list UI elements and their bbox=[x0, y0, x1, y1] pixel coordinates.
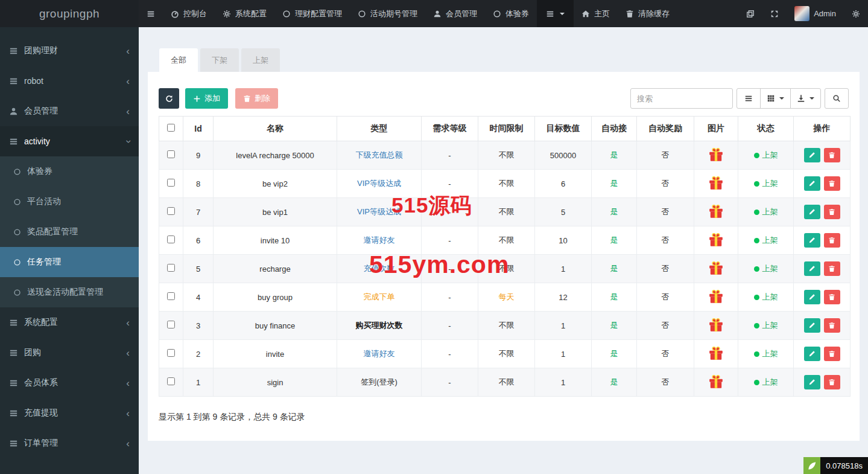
gift-image[interactable] bbox=[708, 345, 724, 361]
sidebar-item-system-config[interactable]: 系统配置 ‹ bbox=[0, 307, 139, 338]
sidebar-toggle-button[interactable] bbox=[139, 0, 163, 27]
status-badge: 上架 bbox=[754, 292, 778, 303]
gift-image[interactable] bbox=[708, 260, 724, 276]
edit-button[interactable] bbox=[804, 205, 820, 219]
tab-all[interactable]: 全部 bbox=[159, 48, 198, 72]
add-button[interactable]: 添加 bbox=[185, 88, 228, 109]
edit-button[interactable] bbox=[804, 375, 820, 389]
gift-icon bbox=[708, 175, 724, 191]
nav-item-finance-config[interactable]: 理财配置管理 bbox=[274, 0, 350, 27]
cell-type-link[interactable]: VIP等级达成 bbox=[357, 179, 401, 188]
cell-type-link[interactable]: 购买理财次数 bbox=[356, 321, 403, 330]
gift-image[interactable] bbox=[708, 317, 724, 333]
delete-selected-button[interactable]: 删除 bbox=[235, 88, 278, 109]
nav-fullscreen-button[interactable] bbox=[762, 0, 787, 27]
select-all-checkbox[interactable] bbox=[167, 124, 175, 132]
delete-button[interactable] bbox=[824, 290, 840, 304]
sidebar-item-group-finance[interactable]: 团购理财 ‹ bbox=[0, 36, 139, 66]
submenu-item-platform-activity[interactable]: 平台活动 bbox=[0, 187, 139, 217]
search-input[interactable] bbox=[630, 88, 733, 109]
submenu-item-cash-activity-config[interactable]: 送现金活动配置管理 bbox=[0, 277, 139, 307]
delete-button[interactable] bbox=[824, 176, 840, 191]
submenu-item-task-manage[interactable]: 任务管理 bbox=[0, 247, 139, 277]
cell-type-link[interactable]: 邀请好友 bbox=[364, 349, 395, 358]
gift-image[interactable] bbox=[708, 232, 724, 248]
row-checkbox[interactable] bbox=[167, 207, 175, 215]
sidebar-item-robot[interactable]: robot ‹ bbox=[0, 66, 139, 96]
cell-type-link[interactable]: 邀请好友 bbox=[364, 235, 395, 245]
delete-button[interactable] bbox=[824, 318, 840, 333]
nav-label: 体验券 bbox=[505, 8, 529, 19]
row-checkbox[interactable] bbox=[167, 264, 175, 272]
sidebar-item-activity[interactable]: activity ‹ bbox=[0, 126, 139, 156]
edit-button[interactable] bbox=[804, 176, 820, 191]
gift-image[interactable] bbox=[708, 289, 724, 304]
cell-type-link[interactable]: 下级充值总额 bbox=[356, 150, 403, 159]
edit-button[interactable] bbox=[804, 261, 820, 276]
chevron-left-icon: ‹ bbox=[126, 408, 130, 418]
list-icon bbox=[9, 46, 18, 56]
export-button[interactable] bbox=[790, 88, 821, 109]
nav-item-activity-period[interactable]: 活动期号管理 bbox=[350, 0, 425, 27]
plus-icon bbox=[193, 95, 201, 103]
status-dot-icon bbox=[754, 323, 759, 328]
nav-item-home[interactable]: 主页 bbox=[574, 0, 618, 27]
cell-name: be vip1 bbox=[214, 198, 337, 226]
status-badge: 上架 bbox=[754, 235, 778, 246]
cell-type-link[interactable]: 充值次数 bbox=[364, 264, 395, 273]
nav-item-member-manage[interactable]: 会员管理 bbox=[425, 0, 485, 27]
delete-button[interactable] bbox=[824, 205, 840, 219]
nav-lock-screen-button[interactable] bbox=[738, 0, 762, 27]
row-checkbox[interactable] bbox=[167, 235, 175, 243]
tab-online[interactable]: 上架 bbox=[241, 48, 280, 72]
row-checkbox[interactable] bbox=[167, 150, 175, 158]
submenu-item-trial-coupon[interactable]: 体验券 bbox=[0, 156, 139, 187]
sidebar-item-order-manage[interactable]: 订单管理 ‹ bbox=[0, 428, 139, 458]
tab-offline[interactable]: 下架 bbox=[200, 48, 239, 72]
gift-image[interactable] bbox=[708, 175, 724, 191]
nav-item-console[interactable]: 控制台 bbox=[163, 0, 215, 27]
nav-user-menu[interactable]: Admin bbox=[787, 0, 844, 27]
sidebar-item-group-buy[interactable]: 团购 ‹ bbox=[0, 338, 139, 368]
edit-button[interactable] bbox=[804, 290, 820, 304]
brand-logo[interactable]: groupingph bbox=[0, 0, 139, 27]
sidebar-item-member-system[interactable]: 会员体系 ‹ bbox=[0, 368, 139, 398]
cell-name: be vip2 bbox=[214, 170, 337, 198]
cell-type-link[interactable]: 签到(登录) bbox=[361, 377, 398, 386]
edit-button[interactable] bbox=[804, 233, 820, 248]
delete-button[interactable] bbox=[824, 148, 840, 162]
row-checkbox[interactable] bbox=[167, 179, 175, 187]
toggle-view-button[interactable] bbox=[737, 88, 761, 109]
sidebar-item-recharge-withdraw[interactable]: 充值提现 ‹ bbox=[0, 398, 139, 428]
edit-button[interactable] bbox=[804, 318, 820, 333]
advanced-search-button[interactable] bbox=[825, 88, 849, 109]
row-checkbox[interactable] bbox=[167, 377, 175, 385]
row-checkbox[interactable] bbox=[167, 349, 175, 357]
row-checkbox[interactable] bbox=[167, 292, 175, 300]
gift-image[interactable] bbox=[708, 147, 724, 162]
submenu-item-prize-config[interactable]: 奖品配置管理 bbox=[0, 217, 139, 247]
nav-item-clear-cache[interactable]: 清除缓存 bbox=[618, 0, 677, 27]
delete-button[interactable] bbox=[824, 261, 840, 276]
nav-item-trial-coupon[interactable]: 体验券 bbox=[485, 0, 537, 27]
columns-button[interactable] bbox=[760, 88, 791, 109]
edit-button[interactable] bbox=[804, 347, 820, 361]
delete-button[interactable] bbox=[824, 375, 840, 389]
status-label: 上架 bbox=[762, 263, 778, 274]
trash-icon bbox=[828, 379, 835, 386]
gift-image[interactable] bbox=[708, 203, 724, 219]
row-checkbox[interactable] bbox=[167, 321, 175, 328]
nav-item-system-config[interactable]: 系统配置 bbox=[215, 0, 274, 27]
cell-type-link[interactable]: VIP等级达成 bbox=[357, 207, 401, 216]
gift-image[interactable] bbox=[708, 374, 724, 389]
edit-button[interactable] bbox=[804, 148, 820, 162]
delete-button[interactable] bbox=[824, 233, 840, 248]
refresh-button[interactable] bbox=[159, 88, 179, 109]
cell-type-link[interactable]: 完成下单 bbox=[364, 292, 395, 301]
gear-icon bbox=[223, 10, 231, 18]
nav-settings-button[interactable] bbox=[844, 0, 868, 27]
cell-target: 500000 bbox=[535, 141, 592, 170]
nav-menu-dropdown-button[interactable] bbox=[537, 0, 574, 27]
sidebar-item-member-manage[interactable]: 会员管理 ‹ bbox=[0, 96, 139, 126]
delete-button[interactable] bbox=[824, 347, 840, 361]
